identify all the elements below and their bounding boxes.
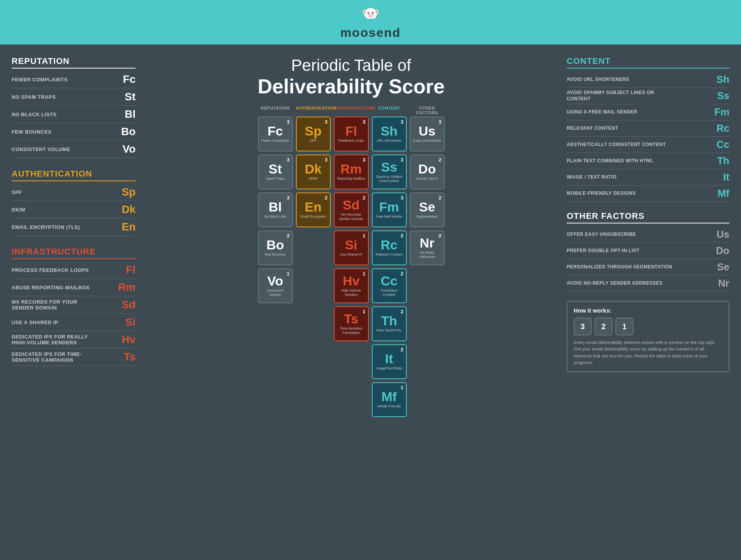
pt-cell: 3FlFeedback Loops [334, 117, 369, 151]
right-row-label: AVOID URL SHORTENERS [567, 77, 629, 83]
pt-cell [296, 344, 331, 379]
pt-cell: 3DkDKIM [296, 155, 331, 189]
pt-num: 2 [438, 233, 441, 239]
left-row-label: USE A SHARED IP [12, 320, 58, 325]
left-row: PROCESS FEEDBACK LOOPSFl [12, 261, 136, 279]
pt-name: Spam Traps [266, 177, 285, 181]
pt-row: 1MfMobile Friendly [258, 382, 445, 417]
left-panel: REPUTATION FEWER COMPLAINTSFcNO SPAM TRA… [12, 56, 143, 552]
right-row-symbol: Sh [708, 74, 729, 86]
pt-symbol: Ss [381, 160, 397, 173]
left-row-label: FEWER COMPLAINTS [12, 77, 68, 82]
pt-symbol: Bo [266, 238, 284, 251]
right-row-symbol: It [708, 171, 729, 183]
pt-cell [296, 268, 331, 303]
pt-name: Reporting Mailbox [337, 177, 365, 181]
right-panel: CONTENT AVOID URL SHORTENERSShAVOID SPAM… [559, 56, 729, 552]
left-row-label: DEDICATED IPS FOR REALLY HIGH-VOLUME SEN… [12, 334, 97, 345]
left-row: DKIMDk [12, 201, 136, 218]
pt-name: Feedback Loops [338, 139, 364, 143]
left-row: FEW BOUNCESBo [12, 123, 136, 141]
infrastructure-title: INFRASTRUCTURE [12, 247, 136, 259]
pt-row: 1VoConsistent Volume1HvHigh Volume Sende… [258, 268, 445, 303]
right-row: AVOID SPAMMY SUBJECT LINES OR CONTENTSs [567, 88, 729, 104]
pt-row: 3StSpam Traps3DkDKIM3RmReporting Mailbox… [258, 155, 445, 189]
left-row: MX RECORDS FOR YOUR SENDER DOMAINSd [12, 296, 136, 314]
pt-num: 3 [287, 157, 289, 163]
left-row: NO BLACK LISTSBl [12, 106, 136, 123]
pt-cell: 2SdMX Records/ Sender Domain [334, 192, 369, 227]
pt-num: 2 [438, 195, 441, 201]
authentication-section: AUTHENTICATION SPFSpDKIMDkEMAIL ENCRYPTI… [12, 169, 136, 236]
pt-name: Use Shared IP [340, 253, 363, 257]
right-row-label: USING A FREE MAIL SENDER [567, 109, 637, 115]
pt-symbol: It [385, 352, 393, 365]
other-right-rows: OFFER EASY UNSUBSCRIBEUsPREFER DOUBLE OP… [567, 227, 729, 292]
pt-symbol: Bl [269, 200, 282, 213]
pt-symbol: Nr [420, 236, 435, 249]
left-row: EMAIL ENCRYPTION (TLS)En [12, 218, 136, 236]
pt-symbol: St [269, 162, 282, 175]
right-row: AESTHETICALLY CONSISTENT CONTENTCc [567, 137, 729, 153]
right-row-label: IMAGE / TEXT RATIO [567, 174, 617, 180]
pt-cell: 1MfMobile Friendly [372, 382, 407, 417]
pt-name: Easy Unsubscribe [413, 139, 441, 143]
pt-num: 2 [401, 309, 403, 314]
pt-num: 1 [363, 271, 365, 277]
right-row: OFFER EASY UNSUBSCRIBEUs [567, 227, 729, 243]
pt-num: 2 [401, 347, 403, 352]
pt-symbol: Rc [381, 238, 397, 251]
content-right-rows: AVOID URL SHORTENERSShAVOID SPAMMY SUBJE… [567, 72, 729, 202]
pt-cell: 3ShURL Shorteners [372, 117, 407, 151]
left-row: DEDICATED IPS FOR TIME-SENSITIVE CAMPAIG… [12, 349, 136, 366]
right-row-label: AVOID SPAMMY SUBJECT LINES OR CONTENT [567, 90, 679, 102]
pt-num: 2 [438, 157, 441, 163]
right-row-label: PERSONALIZED THROUGH SEGMENTATION [567, 264, 672, 270]
right-row-symbol: Th [708, 155, 729, 167]
pt-name: Mobile Friendly [377, 404, 401, 409]
pt-name: URL Shorteners [377, 139, 401, 143]
pt-symbol: Hv [343, 274, 359, 287]
pt-num: 3 [401, 157, 403, 163]
authentication-rows: SPFSpDKIMDkEMAIL ENCRYPTION (TLS)En [12, 184, 136, 236]
pt-cell [410, 268, 445, 303]
pt-num: 3 [325, 157, 327, 163]
pt-name: Relevant Content [376, 253, 403, 257]
pt-num: 2 [363, 195, 365, 201]
pt-symbol: Rm [340, 162, 362, 175]
right-row: MOBILE-FRIENDLY DESIGNSMf [567, 186, 729, 202]
pt-num: 2 [401, 233, 403, 239]
pt-name: No-Reply Addresses [413, 251, 442, 259]
pt-cell: 3FmFree Mail Sender [372, 192, 407, 227]
right-row: AVOID NO-REPLY SENDER ADDRESSESNr [567, 275, 729, 292]
right-row-symbol: Ss [708, 90, 729, 102]
pt-symbol: Se [419, 200, 435, 213]
left-row: SPFSp [12, 184, 136, 201]
right-row: PLAIN TEXT COMBINED WITH HTMLTh [567, 153, 729, 169]
left-row-label: NO SPAM TRAPS [12, 94, 56, 100]
pt-row: 3FcFewer Complaints3SpSPF3FlFeedback Loo… [258, 117, 445, 151]
left-row-symbol: Rm [114, 281, 136, 294]
left-row-label: FEW BOUNCES [12, 129, 52, 135]
pt-name: Spammy Subject Line/Content [375, 175, 404, 183]
pt-cell [410, 306, 445, 341]
left-row-symbol: Fc [114, 73, 136, 86]
periodic-table: 3FcFewer Complaints3SpSPF3FlFeedback Loo… [258, 117, 445, 417]
left-row: DEDICATED IPS FOR REALLY HIGH-VOLUME SEN… [12, 331, 136, 349]
left-row-label: CONSISTENT VOLUME [12, 146, 70, 152]
how-badges: 3 2 1 [574, 318, 722, 335]
pt-num: 3 [325, 119, 327, 125]
right-row: PERSONALIZED THROUGH SEGMENTATIONSe [567, 259, 729, 275]
right-row-symbol: Mf [708, 187, 729, 199]
pt-name: DKIM [309, 177, 318, 181]
pt-cell [296, 306, 331, 341]
pt-name: Segmentation [416, 215, 438, 219]
cat-infrastructure: INFRASTRUCTURE [334, 106, 369, 115]
left-row-symbol: Vo [114, 143, 136, 155]
pt-name: Double Opt-in [416, 177, 438, 181]
pt-name: Email Encryption [300, 215, 327, 219]
left-row-label: DKIM [12, 207, 25, 213]
pt-symbol: Vo [267, 274, 283, 287]
pt-name: SPF [310, 139, 317, 143]
pt-num: 3 [287, 119, 289, 125]
